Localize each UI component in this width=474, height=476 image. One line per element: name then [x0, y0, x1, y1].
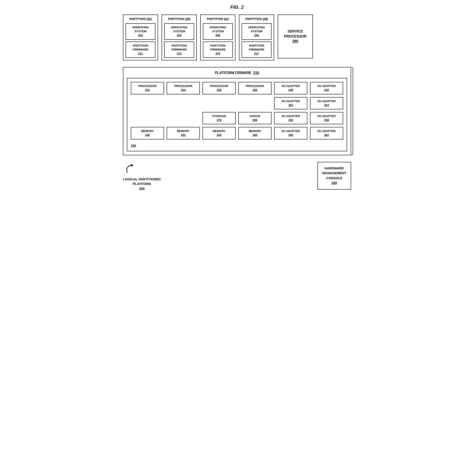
hardware-grid: PROCESSOR232 PROCESSOR234 PROCESSOR236 P… — [131, 82, 343, 142]
processor-232: PROCESSOR232 — [131, 82, 164, 94]
logical-platform: LOGICAL PARTITIONEDPLATFORM200 — [123, 162, 161, 191]
partition-207: PARTITION 207 OPERATINGSYSTEM206 PARTITI… — [200, 15, 236, 60]
partition-203-label: PARTITION 203 — [126, 17, 155, 21]
partition-203: PARTITION 203 OPERATINGSYSTEM202 PARTITI… — [123, 15, 158, 60]
right-bracket-icon — [351, 68, 354, 155]
io-adapter-252: I/O ADAPTER252 — [274, 97, 307, 109]
os-202: OPERATINGSYSTEM202 — [126, 23, 155, 40]
io-adapter-254: I/O ADAPTER254 — [310, 97, 343, 109]
partition-207-label: PARTITION 207 — [203, 17, 233, 21]
empty-r3c2 — [167, 112, 200, 124]
processor-234: PROCESSOR234 — [167, 82, 200, 94]
platform-label: PLATFORM FIRWARE 210 — [127, 71, 347, 75]
io-adapter-258: I/O ADAPTER258 — [310, 112, 343, 124]
processor-238: PROCESSOR238 — [238, 82, 272, 94]
os-208: OPERATINGSYSTEM208 — [242, 23, 272, 40]
service-processor: SERVICEPROCESSOR290 — [278, 15, 313, 58]
svg-marker-0 — [131, 164, 133, 166]
memory-244: MEMORY244 — [202, 127, 236, 139]
processor-236: PROCESSOR236 — [202, 82, 236, 94]
io-adapter-250: I/O ADAPTER250 — [310, 82, 343, 94]
partition-209-label: PARTITION 209 — [242, 17, 272, 21]
logical-platform-label: LOGICAL PARTITIONEDPLATFORM200 — [123, 177, 161, 191]
storage-270: STORAGE270 — [202, 112, 236, 124]
io-adapter-248: I/O ADAPTER248 — [274, 82, 307, 94]
hardware-number: 230 — [131, 144, 343, 147]
empty-r2c2 — [167, 97, 200, 109]
empty-r2c3 — [202, 97, 236, 109]
fw-215: PARTITIONFIRMWARE215 — [203, 42, 233, 58]
fw-211: PARTITIONFIRMWARE211 — [126, 42, 155, 58]
partition-209: PARTITION 209 OPERATINGSYSTEM208 PARTITI… — [239, 15, 274, 60]
fw-213: PARTITIONFIRMWARE213 — [164, 42, 194, 58]
arrow-icon — [123, 162, 136, 175]
hmc-box: HARDWAREMANAGEMENTCONSOLE280 — [317, 162, 351, 189]
memory-246: MEMORY246 — [238, 127, 272, 139]
empty-r3c1 — [131, 112, 164, 124]
hardware-inner: PROCESSOR232 PROCESSOR234 PROCESSOR236 P… — [127, 78, 347, 151]
empty-r2c4 — [238, 97, 272, 109]
top-row: PARTITION 203 OPERATINGSYSTEM202 PARTITI… — [123, 15, 351, 60]
os-206: OPERATINGSYSTEM206 — [203, 23, 233, 40]
partition-205: PARTITION 205 OPERATINGSYSTEM204 PARTITI… — [162, 15, 197, 60]
io-adapter-262: I/O ADAPTER262 — [310, 127, 343, 139]
platform-section: PLATFORM FIRWARE 210 PROCESSOR232 PROCES… — [123, 67, 351, 155]
empty-r2c1 — [131, 97, 164, 109]
io-adapter-260: I/O ADAPTER260 — [274, 127, 307, 139]
memory-240: MEMORY240 — [131, 127, 164, 139]
io-adapter-256: I/O ADAPTER256 — [274, 112, 307, 124]
os-204: OPERATINGSYSTEM204 — [164, 23, 194, 40]
page-title: FIG. 2 — [123, 4, 351, 10]
memory-242: MEMORY242 — [167, 127, 200, 139]
bottom-row: LOGICAL PARTITIONEDPLATFORM200 HARDWAREM… — [123, 162, 351, 191]
nvram-298: NVRAM298 — [238, 112, 272, 124]
partition-205-label: PARTITION 205 — [164, 17, 194, 21]
fw-217: PARTITIONFIRMWARE217 — [242, 42, 272, 58]
